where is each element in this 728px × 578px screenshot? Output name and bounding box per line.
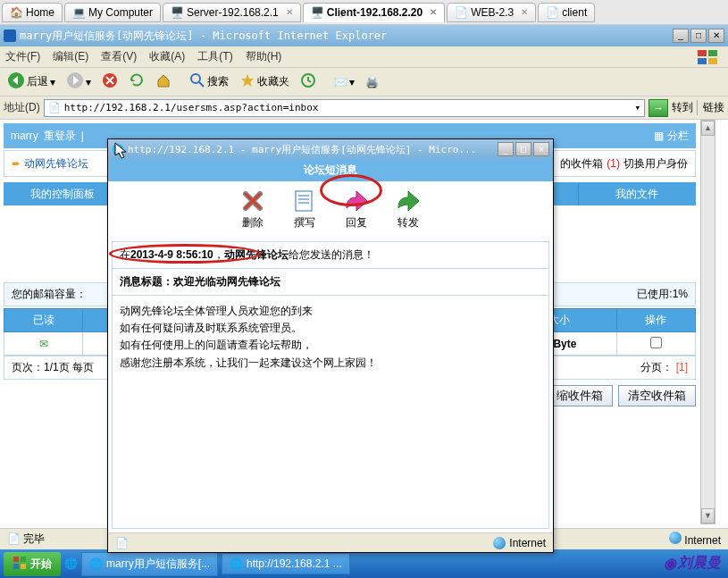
page-icon: 📄 [48,102,61,113]
maximize-button[interactable]: □ [690,29,707,43]
relogin-link[interactable]: 重登录 [44,129,76,144]
fenlan-link[interactable]: ▦ 分栏 [654,129,689,144]
fenlan-label: 分栏 [667,129,689,144]
svg-rect-16 [13,564,19,569]
tab-label: My Computer [88,6,153,19]
popup-close-button[interactable]: ✕ [533,142,549,156]
ie-titlebar: marry用户短信服务[动网先锋论坛] - Microsoft Internet… [0,25,728,46]
close-button[interactable]: ✕ [708,29,724,43]
close-icon[interactable]: ✕ [521,7,528,17]
go-button[interactable]: → [649,99,668,117]
scroll-up-icon[interactable]: ▲ [701,121,715,136]
delete-button[interactable]: 删除 [240,188,265,230]
address-input[interactable]: 📄 http://192.168.2.1/usersms.asp?action=… [44,99,645,117]
scroll-down-icon[interactable]: ▼ [701,508,715,524]
switch-user-link[interactable]: 切换用户身份 [623,156,688,172]
search-button[interactable]: 搜索 [186,71,232,93]
stop-button[interactable] [98,71,121,93]
svg-rect-1 [708,50,717,56]
popup-maximize-button[interactable]: □ [515,142,531,156]
current-user: marry [11,130,38,142]
watermark-icon: ◉ [664,555,676,572]
refresh-button[interactable] [125,71,148,93]
tab-home[interactable]: 🏠 Home [2,3,63,22]
svg-rect-3 [708,58,717,64]
menu-tools[interactable]: 工具(T) [197,49,232,64]
menu-edit[interactable]: 编辑(E) [53,49,88,64]
message-body: 动网先锋论坛全体管理人员欢迎您的到来 如有任何疑问请及时联系系统管理员。 如有任… [113,296,548,528]
chevron-down-icon: ▾ [50,76,55,88]
tab-label: Server-192.168.2.1 [187,6,279,19]
svg-point-7 [191,74,200,83]
print-button[interactable]: 🖨️ [362,74,382,90]
chevron-down-icon: ▾ [86,76,91,88]
svg-rect-0 [698,50,707,56]
tab-client[interactable]: 🖥️ Client-192.168.2.20 ✕ [303,3,445,22]
message-title: 消息标题：欢迎光临动网先锋论坛 [113,269,548,296]
print-icon: 🖨️ [365,76,379,88]
close-icon[interactable]: ✕ [286,7,293,17]
ie-address-bar: 地址(D) 📄 http://192.168.2.1/usersms.asp?a… [0,96,728,120]
window-title: marry用户短信服务[动网先锋论坛] - Microsoft Internet… [20,29,387,44]
windows-flag-icon [696,48,723,66]
watermark: ◉ 刘晨曼 [664,554,721,573]
quicklaunch-icon[interactable]: 🌐 [64,557,78,570]
forward-button[interactable]: ▾ [63,70,95,94]
col-action: 操作 [616,309,695,332]
taskbar-item[interactable]: 🌐 marry用户短信服务[... [81,552,218,576]
forward-button[interactable]: 转发 [396,188,421,230]
address-label: 地址(D) [4,100,40,115]
clear-inbox-button[interactable]: 清空收件箱 [618,385,696,406]
windows-icon [13,556,27,573]
menu-favorites[interactable]: 收藏(A) [149,49,185,64]
star-icon [239,72,255,91]
minimize-button[interactable]: _ [673,29,689,43]
tab-my-files[interactable]: 我的文件 [579,183,696,205]
compress-inbox-button[interactable]: 缩收件箱 [547,385,613,406]
mail-button[interactable]: ✉️▾ [331,74,358,90]
taskbar-item[interactable]: 🌐 http://192.168.2.1 ... [222,553,350,574]
grid-icon: ▦ [654,130,664,142]
tab-control-panel[interactable]: 我的控制面板 [4,183,121,205]
tab-client2[interactable]: 📄 client [538,3,595,22]
task-label: http://192.168.2.1 ... [247,557,342,570]
history-button[interactable] [297,71,320,93]
envelope-icon: ✉ [39,338,48,350]
menu-help[interactable]: 帮助(H) [246,49,282,64]
start-button[interactable]: 开始 [4,552,61,576]
zone-label: Internet [684,534,721,547]
task-label: marry用户短信服务[... [106,557,210,572]
arrow-right-icon: ➨ [12,157,21,170]
home-button[interactable] [152,71,175,93]
links-label[interactable]: 链接 [697,100,724,115]
doc-icon: 📄 [455,6,467,19]
menu-file[interactable]: 文件(F) [5,49,40,64]
msg-line: 动网先锋论坛全体管理人员欢迎您的到来 [120,303,541,320]
vertical-scrollbar[interactable]: ▲ ▼ [700,120,715,524]
popup-titlebar[interactable]: 🌐 http://192.168.2.1 - marry用户短信服务[动网先锋论… [108,139,553,159]
row-checkbox[interactable] [650,337,662,348]
ie-icon: 🌐 [89,557,103,570]
popup-minimize-button[interactable]: _ [498,142,514,156]
cursor-icon [114,142,129,160]
svg-rect-2 [698,58,707,64]
tab-web[interactable]: 📄 WEB-2.3 ✕ [447,3,536,22]
favorites-label: 收藏夹 [257,74,289,89]
close-icon[interactable]: ✕ [430,7,437,17]
tab-server[interactable]: 🖥️ Server-192.168.2.1 ✕ [163,3,301,22]
favorites-button[interactable]: 收藏夹 [236,71,293,93]
reply-button[interactable]: 回复 [344,188,369,230]
tab-label: Client-192.168.2.20 [327,6,423,19]
app-tab-bar: 🏠 Home 💻 My Computer 🖥️ Server-192.168.2… [0,0,728,25]
menu-view[interactable]: 查看(V) [101,49,137,64]
message-toolbar: 删除 撰写 回复 转发 [108,181,553,238]
chevron-down-icon[interactable]: ▾ [634,102,640,113]
used-label: 已使用:1% [637,287,688,302]
tab-my-computer[interactable]: 💻 My Computer [64,3,161,22]
history-icon [300,72,316,91]
page-number[interactable]: [1] [676,361,688,373]
back-button[interactable]: 后退 ▾ [4,70,59,94]
search-label: 搜索 [207,74,229,89]
forum-home-link[interactable]: 动网先锋论坛 [24,156,88,172]
compose-button[interactable]: 撰写 [292,188,317,230]
